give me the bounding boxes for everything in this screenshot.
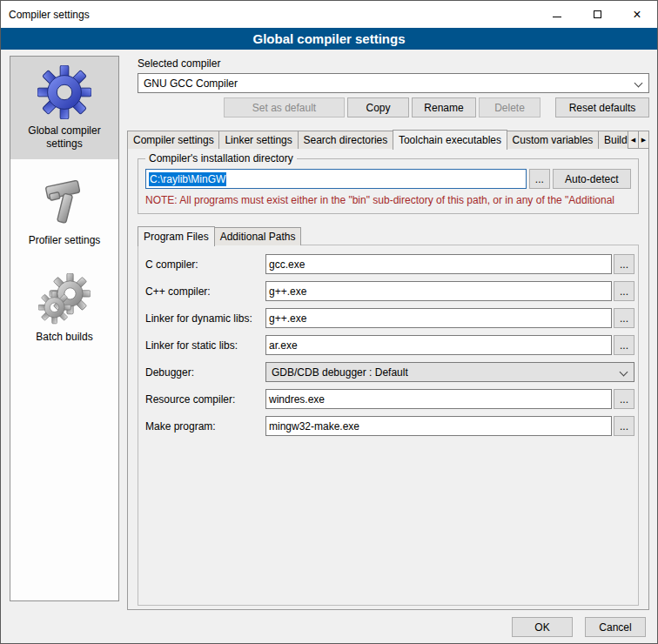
- field-row-cpp-compiler: C++ compiler: g++.exe ...: [145, 281, 634, 301]
- make-program-browse-button[interactable]: ...: [614, 416, 634, 436]
- minimize-button[interactable]: [537, 1, 577, 28]
- c-compiler-browse-button[interactable]: ...: [614, 254, 634, 274]
- tab-custom-variables[interactable]: Custom variables: [507, 131, 599, 149]
- field-row-linker-dynamic: Linker for dynamic libs: g++.exe ...: [145, 308, 634, 328]
- resource-compiler-value: windres.exe: [269, 393, 325, 406]
- sidebar-item-profiler-settings[interactable]: Profiler settings: [10, 168, 118, 256]
- gear-icon: [37, 65, 91, 119]
- field-row-resource-compiler: Resource compiler: windres.exe ...: [145, 389, 634, 409]
- tab-search-directories[interactable]: Search directories: [298, 131, 393, 149]
- installation-directory-value: C:\raylib\MinGW: [149, 172, 226, 186]
- reset-defaults-button[interactable]: Reset defaults: [555, 97, 649, 117]
- linker-static-value: ar.exe: [269, 339, 298, 352]
- c-compiler-label: C compiler:: [145, 258, 265, 271]
- tab-scroll-right-button[interactable]: ▶: [638, 131, 649, 149]
- rename-button[interactable]: Rename: [412, 97, 476, 117]
- compiler-action-buttons: Set as default Copy Rename Delete Reset …: [224, 97, 649, 117]
- stacked-gears-icon: [38, 273, 91, 325]
- debugger-select[interactable]: GDB/CDB debugger : Default: [265, 362, 634, 382]
- sidebar-item-label: Global compiler settings: [13, 124, 116, 151]
- selected-compiler-label: Selected compiler: [138, 57, 220, 70]
- tab-scroll-right-icon: ▶: [641, 137, 646, 144]
- cancel-button[interactable]: Cancel: [585, 617, 646, 637]
- window-title: Compiler settings: [1, 9, 90, 21]
- maximize-button[interactable]: [577, 1, 617, 28]
- page-title: Global compiler settings: [1, 28, 657, 50]
- compiler-select[interactable]: GNU GCC Compiler: [138, 73, 649, 93]
- linker-static-browse-button[interactable]: ...: [614, 335, 634, 355]
- installation-directory-input[interactable]: C:\raylib\MinGW: [145, 169, 527, 189]
- linker-dynamic-value: g++.exe: [269, 312, 306, 325]
- ok-button[interactable]: OK: [512, 617, 573, 637]
- cpp-compiler-label: C++ compiler:: [145, 285, 265, 298]
- c-compiler-value: gcc.exe: [269, 258, 305, 271]
- tab-build-options[interactable]: Build: [598, 131, 629, 149]
- tab-toolchain-executables[interactable]: Toolchain executables: [393, 130, 507, 150]
- installation-directory-group: Compiler's installation directory C:\ray…: [138, 158, 639, 214]
- linker-static-input[interactable]: ar.exe: [265, 335, 612, 355]
- installation-directory-group-label: Compiler's installation directory: [145, 152, 297, 164]
- chevron-down-icon: [620, 368, 628, 377]
- field-row-linker-static: Linker for static libs: ar.exe ...: [145, 335, 634, 355]
- debugger-value: GDB/CDB debugger : Default: [272, 366, 408, 379]
- cpp-compiler-value: g++.exe: [269, 285, 306, 298]
- resource-compiler-browse-button[interactable]: ...: [614, 389, 634, 409]
- installation-note: NOTE: All programs must exist either in …: [145, 194, 636, 206]
- tab-scroll-left-icon: ◀: [631, 137, 635, 144]
- copy-button[interactable]: Copy: [347, 97, 409, 117]
- delete-button[interactable]: Delete: [479, 97, 540, 117]
- linker-dynamic-input[interactable]: g++.exe: [265, 308, 612, 328]
- toolchain-executables-panel: Compiler's installation directory C:\ray…: [127, 148, 649, 610]
- field-row-debugger: Debugger: GDB/CDB debugger : Default: [145, 362, 634, 382]
- linker-static-label: Linker for static libs:: [145, 339, 265, 352]
- sidebar-item-global-compiler-settings[interactable]: Global compiler settings: [10, 57, 118, 159]
- c-compiler-input[interactable]: gcc.exe: [265, 254, 612, 274]
- cpp-compiler-browse-button[interactable]: ...: [614, 281, 634, 301]
- auto-detect-button[interactable]: Auto-detect: [553, 169, 631, 189]
- make-program-input[interactable]: mingw32-make.exe: [265, 416, 612, 436]
- maximize-icon: [594, 10, 601, 18]
- compiler-select-value: GNU GCC Compiler: [144, 77, 238, 90]
- linker-dynamic-label: Linker for dynamic libs:: [145, 312, 265, 325]
- compiler-settings-dialog: Compiler settings × Global compiler sett…: [0, 0, 658, 644]
- tab-program-files[interactable]: Program Files: [138, 226, 215, 246]
- profiler-tool-icon: [38, 177, 91, 229]
- sidebar-item-label: Batch builds: [13, 331, 116, 344]
- set-as-default-button[interactable]: Set as default: [224, 97, 345, 117]
- close-button[interactable]: ×: [617, 1, 657, 28]
- sidebar-item-batch-builds[interactable]: Batch builds: [10, 265, 118, 352]
- make-program-value: mingw32-make.exe: [269, 420, 359, 433]
- program-files-panel: C compiler: gcc.exe ... C++ compiler: g+…: [138, 245, 639, 606]
- tab-linker-settings[interactable]: Linker settings: [218, 131, 298, 149]
- resource-compiler-label: Resource compiler:: [145, 393, 265, 406]
- sidebar-item-label: Profiler settings: [13, 234, 116, 247]
- chevron-down-icon: [634, 79, 643, 88]
- program-files-tabstrip: Program Files Additional Paths: [138, 226, 300, 245]
- linker-dynamic-browse-button[interactable]: ...: [614, 308, 634, 328]
- minimize-icon: [553, 17, 561, 17]
- field-row-make-program: Make program: mingw32-make.exe ...: [145, 416, 634, 436]
- make-program-label: Make program:: [145, 420, 265, 433]
- settings-tabstrip: Compiler settings Linker settings Search…: [127, 129, 649, 149]
- sidebar: Global compiler settings Profiler settin…: [10, 56, 119, 601]
- tab-additional-paths[interactable]: Additional Paths: [214, 227, 302, 245]
- field-row-c-compiler: C compiler: gcc.exe ...: [145, 254, 634, 274]
- tab-compiler-settings[interactable]: Compiler settings: [127, 131, 219, 149]
- cpp-compiler-input[interactable]: g++.exe: [265, 281, 612, 301]
- installation-directory-browse-button[interactable]: ...: [529, 169, 550, 189]
- titlebar: Compiler settings ×: [1, 1, 657, 28]
- debugger-label: Debugger:: [145, 366, 265, 379]
- close-icon: ×: [633, 8, 641, 22]
- resource-compiler-input[interactable]: windres.exe: [265, 389, 612, 409]
